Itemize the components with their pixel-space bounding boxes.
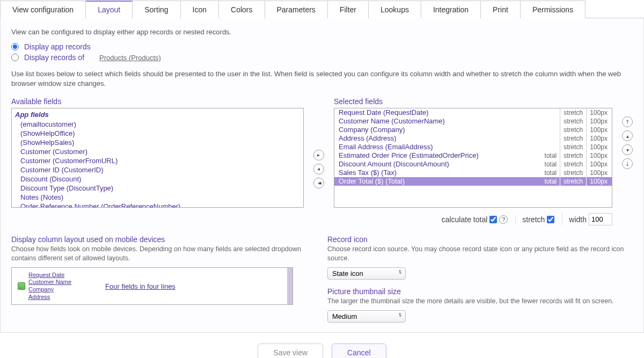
scrollbar[interactable]: [287, 268, 292, 304]
stretch-tag: stretch: [560, 108, 583, 117]
tab-filter[interactable]: Filter: [328, 1, 369, 18]
help-icon[interactable]: ?: [499, 215, 508, 224]
selected-field-row[interactable]: Sales Tax ($) (Tax)totalstretch100px: [334, 169, 612, 177]
mobile-field-line: Address: [28, 294, 71, 301]
width-tag: 100px: [586, 126, 608, 134]
available-field-item[interactable]: Customer (CustomerFromURL): [14, 156, 301, 165]
selected-field-row[interactable]: Customer Name (CustomerName)stretch100px: [334, 117, 612, 126]
selected-field-name: Discount Amount (DiscountAmount): [339, 160, 541, 169]
selected-field-row[interactable]: Order Total ($) (Total)totalstretch100px: [334, 177, 612, 186]
thumbnail-size-title: Picture thumbnail size: [327, 287, 633, 296]
mobile-layout-link[interactable]: Four fields in four lines: [105, 282, 175, 290]
available-field-item[interactable]: (ShowHelpOffice): [14, 129, 301, 138]
move-top-button[interactable]: ⤒: [622, 116, 633, 127]
mobile-field-line: Company: [28, 286, 71, 294]
stretch-checkbox[interactable]: [547, 216, 554, 223]
tab-print[interactable]: Print: [481, 1, 521, 18]
fields-hint-text: Use list boxes below to select which fie…: [11, 69, 633, 89]
stretch-tag: stretch: [560, 169, 583, 177]
available-field-item[interactable]: (ShowHelpSales): [14, 138, 301, 147]
thumbnail-size-desc: The larger the thumbnail size the more d…: [327, 297, 633, 306]
available-field-item[interactable]: Notes (Notes): [14, 193, 301, 202]
stretch-tag: stretch: [560, 117, 583, 126]
width-tag: 100px: [586, 169, 608, 177]
selected-field-name: Estimated Order Price (EstimatedOrderPri…: [339, 151, 541, 160]
mobile-layout-preview[interactable]: Request DateCustomer NameCompanyAddress …: [11, 267, 293, 305]
tab-view-configuration[interactable]: View configuration: [0, 1, 86, 18]
display-nested-records-radio[interactable]: [11, 54, 19, 61]
record-icon-title: Record icon: [327, 235, 633, 244]
tab-integration[interactable]: Integration: [421, 1, 481, 18]
available-field-item[interactable]: Discount Type (DiscountType): [14, 184, 301, 193]
record-icon-select[interactable]: State icon: [327, 267, 406, 280]
tab-parameters[interactable]: Parameters: [265, 1, 328, 18]
selected-field-name: Company (Company): [339, 126, 557, 134]
selected-field-row[interactable]: Request Date (RequestDate)stretch100px: [334, 108, 612, 117]
move-all-left-button[interactable]: ◂◂: [313, 178, 324, 188]
tab-layout[interactable]: Layout: [86, 1, 133, 18]
stretch-tag: stretch: [560, 134, 583, 143]
width-tag: 100px: [586, 177, 608, 186]
available-group-header: App fields: [14, 109, 301, 120]
total-tag: total: [545, 160, 557, 169]
bar-up-icon: ⤒: [625, 119, 630, 125]
tab-sorting[interactable]: Sorting: [133, 1, 180, 18]
chevron-right-icon: ▸: [317, 152, 320, 158]
total-tag: total: [545, 151, 557, 160]
move-left-button[interactable]: ◂: [313, 164, 324, 174]
double-chevron-left-icon: ◂◂: [318, 180, 320, 186]
tab-lookups[interactable]: Lookups: [369, 1, 421, 18]
tab-icon[interactable]: Icon: [181, 1, 219, 18]
stretch-tag: stretch: [560, 160, 583, 169]
mobile-field-line: Customer Name: [28, 279, 71, 286]
chevron-down-icon: ▾: [626, 147, 629, 153]
selected-fields-listbox[interactable]: Request Date (RequestDate)stretch100pxCu…: [334, 108, 612, 208]
chevron-left-icon: ◂: [317, 166, 320, 172]
stretch-tag: stretch: [560, 177, 583, 186]
selected-field-name: Order Total ($) (Total): [339, 177, 541, 186]
mobile-field-line: Request Date: [28, 272, 71, 279]
stretch-label: stretch: [522, 215, 545, 224]
available-field-item[interactable]: Order Reference Number (OrderReferenceNu…: [14, 202, 301, 208]
thumbnail-size-select[interactable]: Medium: [327, 310, 406, 323]
width-input[interactable]: [589, 213, 612, 225]
width-label: width: [569, 215, 587, 224]
selected-field-row[interactable]: Company (Company)stretch100px: [334, 126, 612, 134]
width-tag: 100px: [586, 108, 608, 117]
display-app-records-radio[interactable]: [11, 43, 19, 50]
available-field-item[interactable]: (emailtocustomer): [14, 120, 301, 129]
tab-colors[interactable]: Colors: [219, 1, 265, 18]
chevron-up-icon: ▴: [626, 133, 629, 139]
width-tag: 100px: [586, 117, 608, 126]
move-bottom-button[interactable]: ⤓: [622, 158, 633, 169]
calculate-total-checkbox[interactable]: [489, 216, 497, 223]
selected-field-name: Customer Name (CustomerName): [339, 117, 557, 126]
selected-field-row[interactable]: Discount Amount (DiscountAmount)totalstr…: [334, 160, 612, 169]
nested-records-link[interactable]: Products (Products): [99, 54, 161, 62]
record-icon-desc: Choose record icon source. You may choos…: [327, 245, 633, 263]
layout-panel: View can be configured to display either…: [0, 18, 644, 333]
total-tag: total: [545, 169, 557, 177]
display-nested-records-label: Display records of: [24, 53, 84, 62]
bar-down-icon: ⤓: [625, 161, 630, 167]
width-tag: 100px: [586, 143, 608, 151]
total-tag: total: [545, 177, 557, 186]
move-down-button[interactable]: ▾: [622, 144, 633, 155]
selected-field-row[interactable]: Estimated Order Price (EstimatedOrderPri…: [334, 151, 612, 160]
width-tag: 100px: [586, 151, 608, 160]
record-state-icon: [18, 282, 25, 290]
width-tag: 100px: [586, 134, 608, 143]
tab-permissions[interactable]: Permissions: [521, 1, 586, 18]
available-field-item[interactable]: Customer ID (CustomerID): [14, 165, 301, 174]
selected-field-row[interactable]: Email Address (EmailAddress)stretch100px: [334, 143, 612, 151]
transfer-controls: ▸ ◂ ◂◂: [313, 97, 324, 225]
selected-field-row[interactable]: Address (Address)stretch100px: [334, 134, 612, 143]
calculate-total-label: calculate total: [442, 215, 488, 224]
save-view-button[interactable]: Save view: [258, 344, 323, 358]
move-up-button[interactable]: ▴: [622, 130, 633, 141]
move-right-button[interactable]: ▸: [313, 150, 324, 160]
cancel-button[interactable]: Cancel: [332, 344, 386, 358]
available-fields-listbox[interactable]: App fields(emailtocustomer)(ShowHelpOffi…: [11, 108, 304, 208]
available-field-item[interactable]: Customer (Customer): [14, 147, 301, 156]
available-field-item[interactable]: Discount (Discount): [14, 174, 301, 184]
